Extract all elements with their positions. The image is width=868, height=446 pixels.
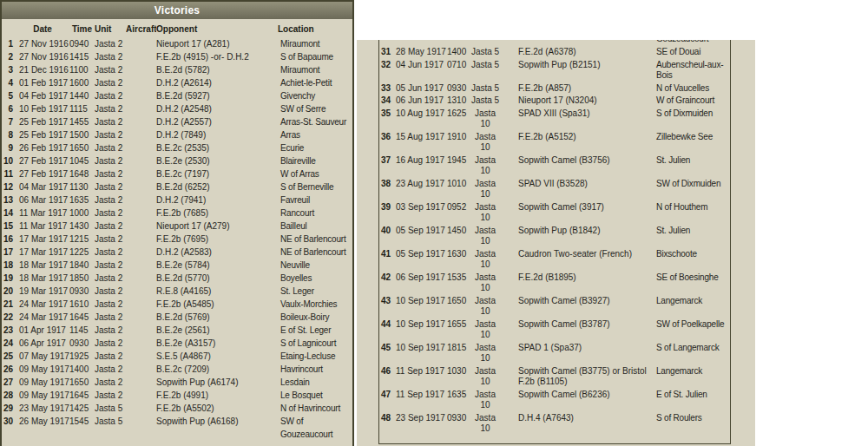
cell-unit: Jasta 10 — [470, 154, 501, 178]
cell-ac — [126, 389, 156, 402]
cell-loc: St. Julien — [654, 225, 730, 248]
cell-date: 01 Apr 1917 — [16, 324, 69, 337]
cell-opp: D.H.2 (7941) — [156, 193, 278, 207]
cell-n: 8 — [2, 128, 16, 141]
cell-opp: Sopwith Camel (3917) — [518, 201, 654, 225]
cell-time: 1130 — [69, 180, 95, 193]
cell-unit: Jasta 2 — [95, 259, 126, 272]
cell-time: 1100 — [69, 63, 95, 76]
cell-unit: Jasta 10 — [470, 248, 501, 272]
victory-row: 2609 May 19171400Jasta 2B.E.2c (7209)Hav… — [2, 363, 352, 376]
cell-n: 13 — [2, 193, 16, 207]
cell-unit: Jasta 5 — [95, 402, 126, 415]
victory-row: 4611 Sep 19171030Jasta 10Sopwith Camel (… — [379, 365, 730, 389]
cell-time: 1910 — [447, 131, 470, 154]
cell-loc: Blaireville — [278, 154, 352, 167]
cell-date: 23 May 1917 — [16, 402, 69, 415]
cell-unit: Jasta 2 — [95, 337, 126, 350]
cell-date: 27 Feb 1917 — [16, 167, 69, 180]
cell-date: 27 Feb 1917 — [16, 154, 69, 167]
cell-unit: Jasta 10 — [470, 201, 501, 225]
cell-opp: SPAD 1 (Spa37) — [518, 342, 654, 365]
cell-n: 21 — [2, 298, 16, 311]
cell-n: 27 — [2, 376, 16, 389]
cell-opp: F.E.2b (4991) — [156, 389, 278, 402]
cell-ac — [501, 82, 518, 95]
cell-time: 1610 — [69, 298, 95, 311]
cell-ac — [126, 141, 156, 154]
cell-opp: Sopwith Pup (B1842) — [518, 225, 654, 248]
victory-row: 3026 May 19171545Jasta 5Sopwith Pup (A61… — [2, 415, 352, 441]
cell-loc: Aubenscheul-aux-Bois — [654, 59, 730, 82]
cell-loc: Vaulx-Morchies — [278, 298, 352, 311]
cell-opp: Caudron Two-seater (French) — [518, 248, 654, 272]
victory-row: 1818 Mar 19171840Jasta 2B.E.2e (5784)Neu… — [2, 259, 352, 272]
cell-unit: Jasta 2 — [95, 285, 126, 298]
cell-loc: NE of Barlencourt — [278, 233, 352, 246]
cell-n: 30 — [2, 415, 16, 441]
cell-ac — [126, 311, 156, 324]
cell-time: 1645 — [69, 311, 95, 324]
cell-n: 23 — [2, 324, 16, 337]
cell-ac — [126, 298, 156, 311]
cell-date: 24 Mar 1917 — [16, 298, 69, 311]
victory-row: 4711 Sep 19171635Jasta 10Sopwith Camel (… — [379, 389, 730, 412]
cell-time: 1400 — [447, 46, 470, 59]
cell-n: 15 — [2, 220, 16, 233]
cell-time: 1600 — [69, 76, 95, 89]
header-unit: Unit — [95, 23, 126, 37]
cell-loc: S of Dixmuiden — [654, 108, 730, 131]
cell-time: 1455 — [69, 115, 95, 128]
cell-loc: Arras-St. Sauveur — [278, 115, 352, 128]
cell-ac — [501, 108, 518, 131]
cell-n: 47 — [379, 389, 393, 412]
cell-n: 16 — [2, 233, 16, 246]
cell-loc: E of St. Julien — [654, 389, 730, 412]
cell-date: 18 Mar 1917 — [16, 272, 69, 285]
cell-time: 1630 — [447, 248, 470, 272]
cell-time: 1030 — [447, 365, 470, 389]
victory-row: 3716 Aug 19171945Jasta 10Sopwith Camel (… — [379, 154, 730, 178]
cell-unit: Jasta 5 — [470, 95, 501, 108]
cell-unit: Jasta 2 — [95, 298, 126, 311]
cell-time: 1215 — [69, 233, 95, 246]
cell-unit: Jasta 5 — [95, 415, 126, 441]
cell-loc: SW of Serre — [278, 102, 352, 115]
cell-unit: Jasta 2 — [95, 350, 126, 363]
cell-time: 1000 — [69, 207, 95, 220]
cell-opp: Nieuport 17 (N3204) — [518, 95, 654, 108]
cell-n: 37 — [379, 154, 393, 178]
header-row: Date Time Unit Aircraft Opponent Locatio… — [2, 23, 352, 37]
cell-loc: Arras — [278, 128, 352, 141]
cell-unit: Jasta 2 — [95, 389, 126, 402]
cell-loc: SW of Dixmuiden — [654, 178, 730, 201]
table-header: Date Time Unit Aircraft Opponent Locatio… — [2, 23, 352, 37]
cell-loc: S of Langemarck — [654, 342, 730, 365]
cell-time: 1650 — [69, 141, 95, 154]
cell-n: 14 — [2, 207, 16, 220]
cell-ac — [126, 246, 156, 259]
cell-ac — [126, 167, 156, 180]
cell-loc: S of Bapaume — [278, 50, 352, 63]
victory-row: 4206 Sep 19171535Jasta 10F.E.2d (B1895)S… — [379, 272, 730, 295]
cell-n: 1 — [2, 37, 16, 50]
cell-time: 1815 — [447, 342, 470, 365]
cell-opp: B.E.2e (2530) — [156, 154, 278, 167]
cell-unit: Jasta 2 — [95, 220, 126, 233]
panel-title: Victories — [2, 2, 352, 19]
cell-loc: Boileux-Boiry — [278, 311, 352, 324]
cell-time: 1450 — [447, 225, 470, 248]
victory-row: 2124 Mar 19171610Jasta 2F.E.2b (A5485)Va… — [2, 298, 352, 311]
cell-opp: R.E.8 (A4165) — [156, 285, 278, 298]
cell-date: 23 Aug 1917 — [393, 178, 447, 201]
victory-row: 1511 Mar 19171430Jasta 2Nieuport 17 (A27… — [2, 220, 352, 233]
cell-loc: NE of Barlencourt — [278, 246, 352, 259]
cell-ac — [126, 259, 156, 272]
cell-time: 1625 — [447, 108, 470, 131]
cell-loc: Neuville — [278, 259, 352, 272]
victory-row: 926 Feb 19171650Jasta 2B.E.2c (2535)Ecur… — [2, 141, 352, 154]
cell-date: 19 Mar 1917 — [16, 285, 69, 298]
cell-opp: D.H.2 (A2614) — [156, 76, 278, 89]
cell-date: 17 Mar 1917 — [16, 233, 69, 246]
victory-row: 2809 May 19171645Jasta 2F.E.2b (4991)Le … — [2, 389, 352, 402]
